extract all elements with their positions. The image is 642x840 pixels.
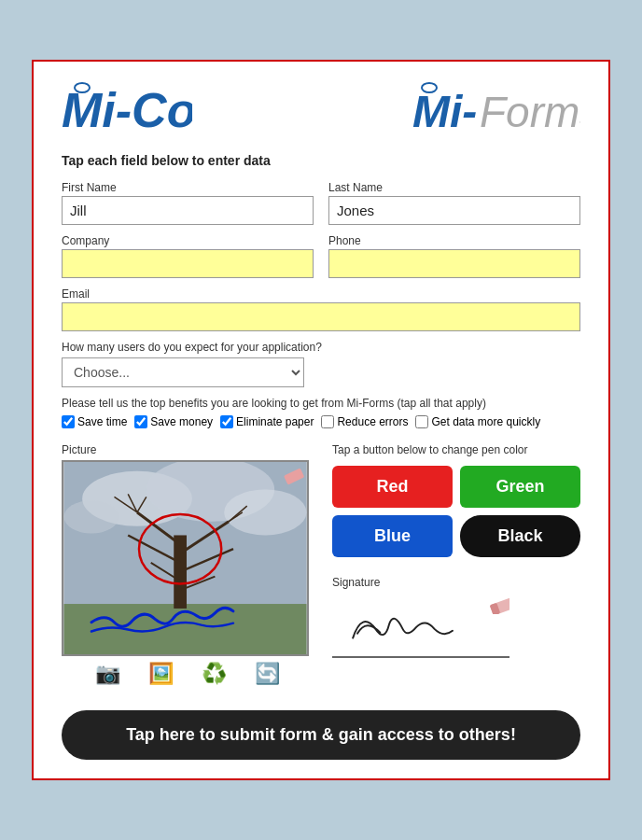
checkboxes-label: Please tell us the top benefits you are …: [62, 397, 580, 410]
cb-eliminate-paper: Eliminate paper: [220, 415, 314, 428]
picture-section: Picture: [62, 443, 314, 686]
miforms-logo: Mi- Forms: [412, 80, 580, 136]
company-input[interactable]: [62, 249, 314, 278]
company-phone-row: Company Phone: [62, 234, 580, 278]
pen-label: Tap a button below to change pen color: [332, 443, 580, 456]
cb-eliminate-paper-label: Eliminate paper: [236, 415, 314, 428]
cb-data-quickly: Get data more quickly: [415, 415, 540, 428]
email-label: Email: [62, 287, 580, 301]
pen-green-button[interactable]: Green: [460, 466, 580, 508]
email-row: Email: [62, 287, 580, 331]
checkboxes-section: Please tell us the top benefits you are …: [62, 397, 580, 428]
picture-box[interactable]: [62, 460, 309, 656]
signature-box[interactable]: [332, 593, 509, 658]
picture-icons: 📷 🖼️ ♻️ 🔄: [62, 662, 314, 686]
refresh-icon[interactable]: 🔄: [255, 662, 280, 686]
signature-svg: [332, 593, 509, 656]
last-name-input[interactable]: [328, 196, 580, 225]
camera-icon[interactable]: 📷: [95, 662, 120, 686]
picture-label: Picture: [62, 443, 314, 456]
mico-logo: Mi-Co: [62, 80, 192, 136]
cb-save-time: Save time: [62, 415, 127, 428]
company-label: Company: [62, 234, 314, 247]
pen-blue-button[interactable]: Blue: [332, 515, 453, 557]
users-dropdown-group: How many users do you expect for your ap…: [62, 341, 580, 387]
cb-save-money-label: Save money: [150, 415, 213, 428]
last-name-label: Last Name: [328, 181, 580, 194]
svg-text:Mi-Co: Mi-Co: [62, 83, 192, 136]
cb-save-time-label: Save time: [77, 415, 127, 428]
bottom-section: Picture: [62, 443, 580, 686]
cb-eliminate-paper-input[interactable]: [220, 415, 233, 428]
name-row: First Name Last Name: [62, 181, 580, 225]
pen-section: Tap a button below to change pen color R…: [332, 443, 580, 686]
checkbox-row: Save time Save money Eliminate paper Red…: [62, 415, 580, 428]
cb-save-time-input[interactable]: [62, 415, 75, 428]
eraser-icon: [489, 597, 509, 614]
first-name-label: First Name: [62, 181, 314, 194]
email-group: Email: [62, 287, 580, 331]
cb-reduce-errors: Reduce errors: [321, 415, 408, 428]
last-name-group: Last Name: [328, 181, 580, 225]
phone-input[interactable]: [328, 249, 580, 278]
recycle-icon[interactable]: ♻️: [202, 662, 227, 686]
cb-save-money: Save money: [134, 415, 213, 428]
pen-black-button[interactable]: Black: [460, 515, 580, 557]
cb-reduce-errors-label: Reduce errors: [337, 415, 408, 428]
cb-data-quickly-label: Get data more quickly: [431, 415, 540, 428]
form-container: Mi-Co Mi- Forms Tap each field below to …: [32, 60, 610, 780]
users-dropdown-label: How many users do you expect for your ap…: [62, 341, 580, 354]
email-input[interactable]: [62, 302, 580, 331]
svg-text:Mi-: Mi-: [412, 87, 477, 136]
pen-buttons: Red Green Blue Black: [332, 466, 580, 557]
phone-label: Phone: [328, 234, 580, 247]
cb-save-money-input[interactable]: [134, 415, 147, 428]
instruction-text: Tap each field below to enter data: [62, 153, 580, 168]
miforms-logo-svg: Mi- Forms: [412, 80, 580, 136]
company-group: Company: [62, 234, 314, 278]
cb-reduce-errors-input[interactable]: [321, 415, 334, 428]
pen-red-button[interactable]: Red: [332, 466, 453, 508]
first-name-group: First Name: [62, 181, 314, 225]
cb-data-quickly-input[interactable]: [415, 415, 428, 428]
users-dropdown[interactable]: Choose... 1-10 11-50 51-200 200+: [62, 357, 304, 387]
svg-text:Forms: Forms: [480, 88, 580, 136]
svg-point-9: [64, 500, 119, 533]
signature-section: Signature: [332, 576, 580, 658]
signature-label: Signature: [332, 576, 580, 589]
phone-group: Phone: [328, 234, 580, 278]
picture-svg: [63, 462, 307, 654]
first-name-input[interactable]: [62, 196, 314, 225]
logo-row: Mi-Co Mi- Forms: [62, 80, 580, 136]
mico-logo-svg: Mi-Co: [62, 80, 192, 136]
submit-button[interactable]: Tap here to submit form & gain access to…: [62, 710, 580, 760]
svg-point-8: [224, 489, 306, 535]
image-icon[interactable]: 🖼️: [148, 662, 174, 686]
